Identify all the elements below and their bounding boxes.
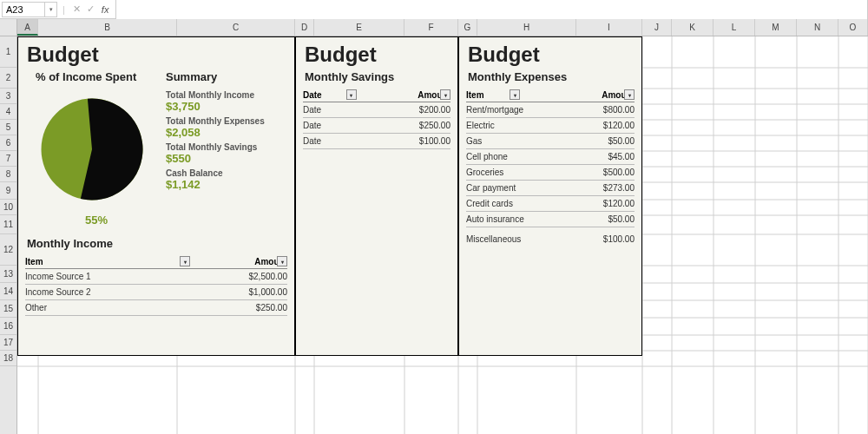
column-header[interactable]: N — [797, 19, 838, 36]
pie-chart — [27, 89, 157, 210]
table-row[interactable]: Other$250.00 — [25, 300, 287, 316]
summary-value: $2,058 — [166, 126, 286, 139]
grid: ABCDEFGHIJKLMNO Budget % of Income Spent — [17, 19, 868, 434]
pct-label: 55% — [27, 214, 166, 227]
table-row[interactable]: Miscellaneous$100.00 — [466, 227, 635, 247]
summary-value: $550 — [166, 152, 286, 165]
column-headers: ABCDEFGHIJKLMNO — [17, 19, 868, 36]
row-header[interactable]: 2 — [0, 68, 16, 89]
summary-label: Total Monthly Savings — [166, 142, 286, 152]
column-header[interactable]: K — [672, 19, 713, 36]
column-header[interactable]: H — [477, 19, 576, 36]
monthly-savings-heading: Monthly Savings — [296, 69, 457, 89]
select-all-corner[interactable] — [0, 19, 16, 36]
monthly-expenses-heading: Monthly Expenses — [459, 69, 641, 89]
row-header[interactable]: 5 — [0, 120, 16, 135]
column-header[interactable]: G — [458, 19, 477, 36]
column-header[interactable]: L — [713, 19, 755, 36]
expenses-col-item[interactable]: Item▾ — [466, 89, 574, 102]
budget-pane-2: Budget Monthly Savings Date▾ Amount▾ Dat… — [295, 36, 458, 356]
page-title: Budget — [459, 37, 641, 69]
row-header[interactable]: 9 — [0, 182, 16, 200]
filter-icon[interactable]: ▾ — [440, 89, 450, 100]
column-header[interactable]: A — [17, 19, 38, 36]
row-header[interactable]: 10 — [0, 200, 16, 215]
pct-income-spent-heading: % of Income Spent — [27, 69, 166, 89]
row-header[interactable]: 1 — [0, 36, 16, 68]
table-row[interactable]: Cell phone$45.00 — [466, 149, 635, 165]
savings-col-amount[interactable]: Amount▾ — [357, 89, 450, 102]
row-header[interactable]: 6 — [0, 135, 16, 151]
formula-accept[interactable]: ✓ — [84, 3, 98, 15]
column-header[interactable]: I — [576, 19, 642, 36]
expenses-table: Item▾ Amount▾ Rent/mortgage$800.00Electr… — [466, 89, 635, 247]
table-row[interactable]: Electric$120.00 — [466, 118, 635, 134]
row-header[interactable]: 12 — [0, 234, 16, 266]
summary-value: $3,750 — [166, 100, 286, 113]
column-header[interactable]: E — [314, 19, 404, 36]
table-row[interactable]: Rent/mortgage$800.00 — [466, 102, 635, 118]
row-header[interactable]: 4 — [0, 104, 16, 120]
row-header[interactable]: 18 — [0, 351, 16, 366]
page-title: Budget — [296, 37, 457, 69]
summary-label: Cash Balance — [166, 168, 286, 178]
filter-icon[interactable]: ▾ — [277, 256, 287, 266]
row-header[interactable]: 14 — [0, 283, 16, 300]
row-header[interactable]: 11 — [0, 215, 16, 234]
formula-cancel[interactable]: ✕ — [70, 3, 84, 15]
grid-wrap: 123456789101112131415161718 ABCDEFGHIJKL… — [0, 19, 868, 434]
filter-icon[interactable]: ▾ — [624, 89, 635, 100]
namebox-bar: ▾ | ✕ ✓ fx — [0, 0, 868, 19]
name-box[interactable] — [2, 2, 45, 17]
column-header[interactable]: J — [642, 19, 672, 36]
table-row[interactable]: Credit cards$120.00 — [466, 196, 635, 212]
column-header[interactable]: B — [38, 19, 177, 36]
savings-col-date[interactable]: Date▾ — [303, 89, 357, 102]
table-row[interactable]: Income Source 1$2,500.00 — [25, 269, 287, 285]
filter-icon[interactable]: ▾ — [346, 89, 357, 100]
row-header[interactable]: 15 — [0, 300, 16, 318]
filter-icon[interactable]: ▾ — [510, 89, 520, 100]
table-row[interactable]: Gas$50.00 — [466, 134, 635, 149]
row-header[interactable]: 3 — [0, 89, 16, 104]
income-col-item[interactable]: Item▾ — [25, 255, 190, 269]
budget-pane-1: Budget % of Income Spent 55% Sum — [17, 36, 295, 356]
table-row[interactable]: Date$100.00 — [303, 134, 450, 149]
page-title: Budget — [18, 37, 294, 69]
table-row[interactable]: Date$200.00 — [303, 102, 450, 118]
summary-value: $1,142 — [166, 178, 286, 191]
table-row[interactable]: Groceries$500.00 — [466, 165, 635, 181]
row-header[interactable]: 13 — [0, 266, 16, 283]
table-row[interactable]: Auto insurance$50.00 — [466, 212, 635, 227]
sheet[interactable]: Budget % of Income Spent 55% Sum — [17, 36, 868, 434]
row-headers: 123456789101112131415161718 — [0, 19, 17, 434]
row-header[interactable]: 8 — [0, 167, 16, 182]
summary-label: Total Monthly Expenses — [166, 116, 286, 126]
namebox-dropdown[interactable]: ▾ — [45, 2, 57, 17]
table-row[interactable]: Car payment$273.00 — [466, 181, 635, 196]
filter-icon[interactable]: ▾ — [180, 256, 190, 266]
row-header[interactable]: 7 — [0, 151, 16, 167]
column-header[interactable]: D — [295, 19, 314, 36]
fx-label: fx — [102, 4, 109, 15]
summary-heading: Summary — [166, 69, 286, 89]
row-header[interactable]: 16 — [0, 318, 16, 335]
column-header[interactable]: C — [177, 19, 295, 36]
table-row[interactable]: Income Source 2$1,000.00 — [25, 285, 287, 300]
expenses-col-amount[interactable]: Amount▾ — [574, 89, 635, 102]
column-header[interactable]: O — [838, 19, 868, 36]
column-header[interactable]: M — [755, 19, 797, 36]
budget-pane-3: Budget Monthly Expenses Item▾ Amount▾ Re… — [458, 36, 642, 356]
income-col-amount[interactable]: Amount▾ — [190, 255, 287, 269]
column-header[interactable]: F — [404, 19, 458, 36]
summary-label: Total Monthly Income — [166, 90, 286, 100]
monthly-income-heading: Monthly Income — [18, 235, 294, 255]
income-table: Item▾ Amount▾ Income Source 1$2,500.00In… — [25, 255, 287, 316]
savings-table: Date▾ Amount▾ Date$200.00Date$250.00Date… — [303, 89, 450, 149]
row-header[interactable]: 17 — [0, 335, 16, 351]
table-row[interactable]: Date$250.00 — [303, 118, 450, 134]
